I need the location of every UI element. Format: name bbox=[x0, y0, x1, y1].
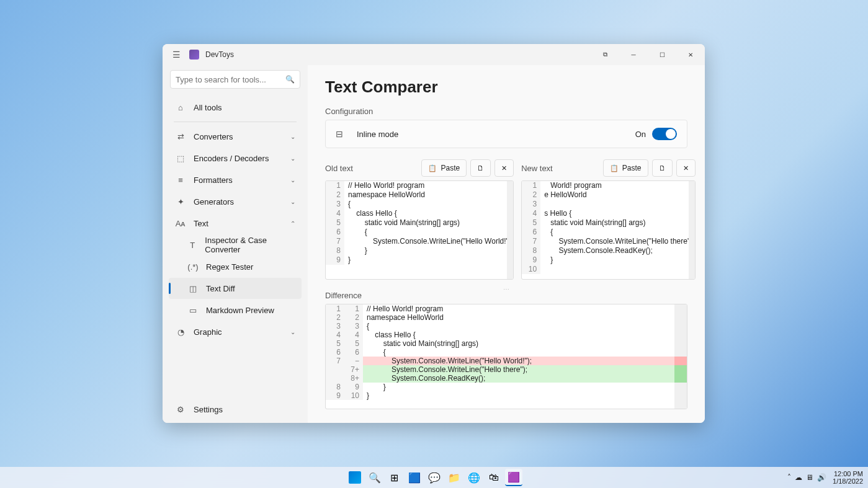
nav-text-diff[interactable]: ◫ Text Diff bbox=[169, 278, 302, 299]
file-icon: 🗋 bbox=[659, 164, 666, 172]
chevron-down-icon: ⌄ bbox=[290, 329, 295, 335]
inline-mode-label: Inline mode bbox=[357, 130, 398, 139]
diff-viewer[interactable]: 11// Hello World! program22namespace Hel… bbox=[325, 304, 687, 409]
new-text-editor[interactable]: 1 World! program2e HelloWorld34s Hello {… bbox=[521, 180, 695, 280]
nav-label: Settings bbox=[194, 405, 223, 414]
nav-label: Inspector & Case Converter bbox=[205, 236, 295, 254]
nav-graphic[interactable]: ◔ Graphic ⌄ bbox=[169, 321, 302, 342]
titlebar: ☰ DevToys ⧉ ─ ☐ ✕ bbox=[163, 44, 705, 65]
minimize-button[interactable]: ─ bbox=[619, 44, 648, 65]
app-window: ☰ DevToys ⧉ ─ ☐ ✕ 🔍 ⌂ All tools bbox=[163, 44, 705, 423]
nav-converters[interactable]: ⇄ Converters ⌄ bbox=[169, 126, 302, 147]
nav-label: Converters bbox=[194, 132, 233, 141]
nav-all-tools[interactable]: ⌂ All tools bbox=[169, 97, 302, 118]
close-button[interactable]: ✕ bbox=[676, 44, 705, 65]
search-input[interactable] bbox=[176, 75, 285, 84]
explorer[interactable]: 📁 bbox=[445, 469, 463, 486]
start-button[interactable] bbox=[346, 469, 364, 486]
pip-button[interactable]: ⧉ bbox=[591, 44, 619, 65]
edge[interactable]: 🌐 bbox=[465, 469, 483, 486]
old-text-pane: Old text 📋Paste 🗋 ✕ 1// Hello World! pro… bbox=[325, 159, 514, 280]
clipboard-icon: 📋 bbox=[428, 164, 437, 172]
clear-button[interactable]: ✕ bbox=[494, 159, 514, 177]
nav-label: Text bbox=[194, 219, 208, 228]
nav-label: Formatters bbox=[194, 175, 233, 185]
config-label: Configuration bbox=[325, 107, 687, 116]
graphic-icon: ◔ bbox=[175, 327, 186, 337]
paste-button[interactable]: 📋Paste bbox=[421, 159, 467, 177]
store[interactable]: 🛍 bbox=[485, 469, 503, 486]
regex-icon: (.*) bbox=[187, 262, 199, 272]
resize-grip[interactable]: ⋯ bbox=[325, 286, 687, 291]
taskbar: 🔍 ⊞ 🟦 💬 📁 🌐 🛍 🟪 ˄ ☁ 🖥 🔊 12:00 PM 1/18/20… bbox=[0, 467, 868, 488]
formatters-icon: ≡ bbox=[175, 175, 186, 185]
app-icon bbox=[189, 50, 199, 60]
inspector-icon: T bbox=[187, 241, 197, 250]
inline-icon: ⊟ bbox=[336, 129, 348, 139]
nav-generators[interactable]: ✦ Generators ⌄ bbox=[169, 191, 302, 212]
widgets[interactable]: 🟦 bbox=[406, 469, 423, 486]
generators-icon: ✦ bbox=[175, 197, 186, 206]
old-text-editor[interactable]: 1// Hello World! program2namespace Hello… bbox=[325, 180, 514, 280]
devtoys-taskbar[interactable]: 🟪 bbox=[505, 469, 522, 486]
chevron-up-icon: ⌃ bbox=[290, 220, 295, 227]
task-view[interactable]: ⊞ bbox=[386, 469, 403, 486]
nav-text[interactable]: Aᴀ Text ⌃ bbox=[169, 213, 302, 234]
chevron-down-icon: ⌄ bbox=[290, 177, 295, 184]
home-icon: ⌂ bbox=[175, 103, 186, 112]
paste-button[interactable]: 📋Paste bbox=[603, 159, 648, 177]
main-content: Text Comparer Configuration ⊟ Inline mod… bbox=[308, 65, 705, 423]
divider bbox=[174, 122, 297, 122]
hamburger-icon[interactable]: ☰ bbox=[170, 47, 183, 62]
volume-icon[interactable]: 🔊 bbox=[817, 473, 826, 482]
chevron-down-icon: ⌄ bbox=[290, 133, 295, 140]
diff-icon: ◫ bbox=[187, 284, 199, 293]
cloud-icon[interactable]: ☁ bbox=[795, 473, 802, 482]
nav-label: All tools bbox=[194, 103, 222, 112]
clock[interactable]: 12:00 PM 1/18/2022 bbox=[833, 470, 863, 485]
search-box[interactable]: 🔍 bbox=[170, 70, 300, 89]
maximize-button[interactable]: ☐ bbox=[648, 44, 676, 65]
nav-encoders[interactable]: ⬚ Encoders / Decoders ⌄ bbox=[169, 148, 302, 169]
open-file-button[interactable]: 🗋 bbox=[652, 159, 673, 177]
chevron-down-icon: ⌄ bbox=[290, 155, 295, 162]
config-card: ⊟ Inline mode On bbox=[325, 120, 687, 148]
inline-mode-toggle[interactable] bbox=[652, 128, 677, 140]
clear-button[interactable]: ✕ bbox=[676, 159, 696, 177]
search-icon: 🔍 bbox=[285, 75, 295, 84]
nav-markdown[interactable]: ▭ Markdown Preview bbox=[169, 299, 302, 321]
new-text-pane: New text 📋Paste 🗋 ✕ 1 World! program2e H… bbox=[521, 159, 695, 280]
open-file-button[interactable]: 🗋 bbox=[470, 159, 491, 177]
new-text-label: New text bbox=[521, 164, 553, 173]
page-title: Text Comparer bbox=[325, 78, 687, 97]
close-icon: ✕ bbox=[501, 164, 507, 172]
close-icon: ✕ bbox=[683, 164, 689, 172]
nav-label: Regex Tester bbox=[206, 262, 253, 272]
file-icon: 🗋 bbox=[477, 164, 484, 172]
nav-label: Graphic bbox=[194, 327, 222, 337]
nav-label: Markdown Preview bbox=[206, 306, 274, 315]
chevron-down-icon: ⌄ bbox=[290, 198, 295, 205]
nav-label: Encoders / Decoders bbox=[194, 154, 269, 163]
sidebar: 🔍 ⌂ All tools ⇄ Converters ⌄ ⬚ Encoders … bbox=[163, 65, 308, 423]
chat[interactable]: 💬 bbox=[426, 469, 443, 486]
clipboard-icon: 📋 bbox=[610, 164, 619, 172]
monitor-icon[interactable]: 🖥 bbox=[806, 473, 813, 482]
taskbar-search[interactable]: 🔍 bbox=[366, 469, 383, 486]
markdown-icon: ▭ bbox=[187, 306, 199, 315]
nav-label: Generators bbox=[194, 197, 234, 206]
app-title: DevToys bbox=[205, 50, 234, 59]
nav-label: Text Diff bbox=[206, 284, 235, 293]
nav-inspector[interactable]: T Inspector & Case Converter bbox=[169, 234, 302, 255]
encoders-icon: ⬚ bbox=[175, 154, 186, 163]
toggle-state: On bbox=[635, 130, 646, 139]
nav-regex[interactable]: (.*) Regex Tester bbox=[169, 256, 302, 277]
gear-icon: ⚙ bbox=[175, 405, 186, 414]
converters-icon: ⇄ bbox=[175, 132, 186, 141]
nav-formatters[interactable]: ≡ Formatters ⌄ bbox=[169, 169, 302, 190]
text-icon: Aᴀ bbox=[175, 219, 186, 228]
old-text-label: Old text bbox=[325, 164, 353, 173]
nav-settings[interactable]: ⚙ Settings bbox=[169, 399, 302, 420]
chevron-up-icon[interactable]: ˄ bbox=[787, 473, 791, 482]
